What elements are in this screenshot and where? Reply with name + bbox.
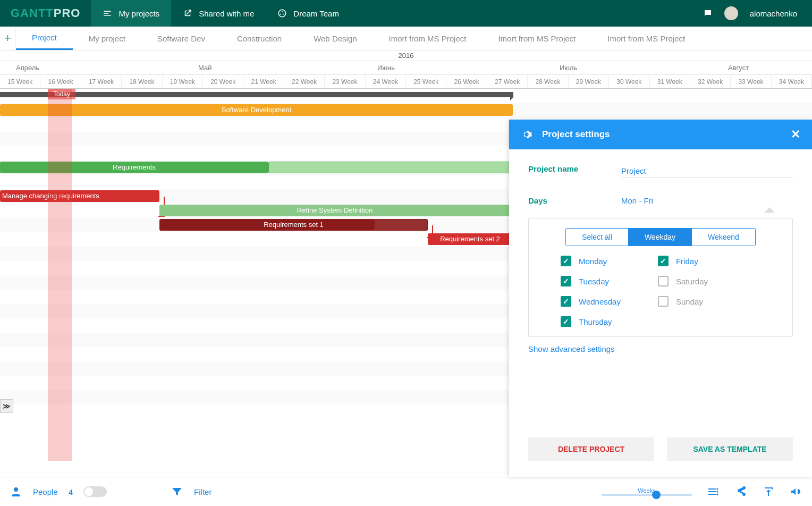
people-count: 4 xyxy=(69,487,73,496)
checkbox-icon[interactable] xyxy=(561,316,571,327)
delete-project-button[interactable]: DELETE PROJECT xyxy=(528,437,654,461)
filter-icon[interactable] xyxy=(171,485,183,498)
save-template-button[interactable]: SAVE AS TEMPLATE xyxy=(667,437,793,461)
checkbox-icon[interactable] xyxy=(561,256,571,266)
tab-import-1[interactable]: Imort from MS Project xyxy=(373,27,483,50)
share-icon xyxy=(183,9,192,18)
month-label: Июль xyxy=(560,61,577,75)
week-label: 28 Week xyxy=(528,75,568,88)
day-label: Thursday xyxy=(579,317,612,326)
nav-my-projects[interactable]: My projects xyxy=(91,0,171,27)
tab-project[interactable]: Project xyxy=(16,27,73,50)
day-tuesday[interactable]: Tuesday xyxy=(561,276,621,286)
svg-point-1 xyxy=(282,11,283,12)
day-label: Friday xyxy=(676,257,698,266)
checkbox-icon[interactable] xyxy=(561,296,571,307)
bar-project-summary[interactable] xyxy=(0,92,513,97)
slider-track[interactable] xyxy=(602,494,692,496)
month-label: Май xyxy=(198,61,212,75)
checkbox-icon[interactable] xyxy=(658,296,669,307)
slider-thumb[interactable] xyxy=(652,491,661,499)
day-thursday[interactable]: Thursday xyxy=(561,316,621,327)
tab-softwaredev[interactable]: Software Dev xyxy=(141,27,221,50)
people-toggle[interactable] xyxy=(83,486,107,497)
advanced-settings-link[interactable]: Show advanced settings xyxy=(528,344,793,353)
week-label: 24 Week xyxy=(366,75,406,88)
logo-text-b: PRO xyxy=(54,6,81,20)
tab-import-2[interactable]: Imort from MS Project xyxy=(482,27,591,50)
announce-icon[interactable] xyxy=(790,485,802,498)
seg-weekday[interactable]: Weekday xyxy=(629,229,692,246)
day-friday[interactable]: Friday xyxy=(658,256,708,266)
day-wednesday[interactable]: Wednesday xyxy=(561,296,621,307)
tab-webdesign[interactable]: Web Design xyxy=(298,27,373,50)
checkbox-icon[interactable] xyxy=(561,276,571,286)
add-project-button[interactable]: + xyxy=(0,27,16,50)
tab-myproject[interactable]: My project xyxy=(73,27,141,50)
bar-set2[interactable]: Requirements set 2 xyxy=(428,233,510,245)
people-label[interactable]: People xyxy=(33,487,58,496)
tab-construction[interactable]: Construction xyxy=(221,27,298,50)
svg-point-3 xyxy=(283,13,284,14)
nav-label: Shared with me xyxy=(199,9,254,18)
bar-refine[interactable]: Refine System Definition xyxy=(159,205,510,216)
bar-set1-remain[interactable] xyxy=(375,219,428,231)
bar-requirements[interactable]: Requirements xyxy=(0,162,268,173)
days-picker: Select all Weekday Wekeend Monday Tuesda… xyxy=(528,218,793,337)
day-segment: Select all Weekday Wekeend xyxy=(565,228,756,246)
days-label: Days xyxy=(528,196,621,205)
nav-label: Dream Team xyxy=(293,9,339,18)
gear-icon xyxy=(521,129,532,140)
logo: GANTTPRO xyxy=(0,0,91,27)
week-label: 16 Week xyxy=(40,75,81,88)
bar-requirements-ext[interactable] xyxy=(268,162,513,173)
week-label: 27 Week xyxy=(487,75,528,88)
expand-grid-button[interactable]: ≫ xyxy=(0,399,13,413)
day-monday[interactable]: Monday xyxy=(561,256,621,266)
timeline-year: 2016 xyxy=(0,50,812,61)
settings-icon[interactable] xyxy=(707,485,720,498)
bar-software-dev[interactable]: Software Development xyxy=(0,104,513,116)
avatar[interactable] xyxy=(724,6,738,20)
week-label: 20 Week xyxy=(203,75,243,88)
day-label: Monday xyxy=(579,257,607,266)
month-label: Июнь xyxy=(377,61,395,75)
week-label: 23 Week xyxy=(325,75,365,88)
panel-body: Project name Days Mon - Fri Select all W… xyxy=(509,149,812,437)
day-saturday[interactable]: Saturday xyxy=(658,276,708,286)
nav-shared[interactable]: Shared with me xyxy=(171,0,266,27)
panel-header: Project settings ✕ xyxy=(509,120,812,149)
week-label: 25 Week xyxy=(406,75,446,88)
export-icon[interactable] xyxy=(762,485,775,498)
close-panel-button[interactable]: ✕ xyxy=(791,128,800,141)
filter-label[interactable]: Filter xyxy=(194,487,212,496)
checkbox-icon[interactable] xyxy=(658,256,669,266)
bar-manage[interactable]: Manage changing requirements xyxy=(0,190,159,202)
username[interactable]: alomachenko xyxy=(750,9,797,18)
share-icon[interactable] xyxy=(734,485,747,498)
nav-team[interactable]: Dream Team xyxy=(266,0,351,27)
project-name-input[interactable] xyxy=(621,164,793,178)
header-right: alomachenko xyxy=(703,6,812,20)
days-value[interactable]: Mon - Fri xyxy=(621,196,793,205)
bottom-toolbar: People 4 Filter Weeks xyxy=(0,477,812,506)
day-label: Saturday xyxy=(676,277,708,286)
timeline-weeks: 15 Week 16 Week 17 Week 18 Week 19 Week … xyxy=(0,75,812,89)
month-label: Апрель xyxy=(16,61,39,75)
day-label: Wednesday xyxy=(579,297,621,306)
checkbox-icon[interactable] xyxy=(658,276,669,286)
app-header: GANTTPRO My projects Shared with me Drea… xyxy=(0,0,812,27)
chat-icon[interactable] xyxy=(703,9,713,18)
tab-import-3[interactable]: Imort from MS Project xyxy=(591,27,701,50)
logo-text-a: GANTT xyxy=(11,6,54,20)
today-label: Today xyxy=(48,89,75,99)
week-label: 30 Week xyxy=(609,75,649,88)
day-sunday[interactable]: Sunday xyxy=(658,296,708,307)
week-label: 34 Week xyxy=(772,75,812,88)
svg-point-2 xyxy=(280,13,281,14)
seg-weekend[interactable]: Wekeend xyxy=(692,229,755,246)
panel-title: Project settings xyxy=(542,129,610,140)
people-icon[interactable] xyxy=(10,485,22,498)
zoom-slider[interactable]: Weeks xyxy=(602,487,692,496)
seg-select-all[interactable]: Select all xyxy=(566,229,629,246)
